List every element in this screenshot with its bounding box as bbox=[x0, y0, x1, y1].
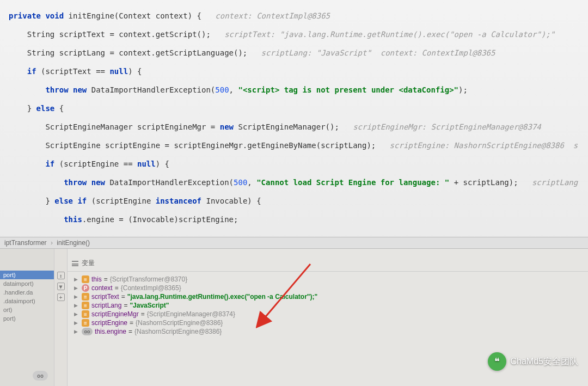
code-line: private void initEngine(Context context)… bbox=[0, 11, 588, 21]
variable-name: context bbox=[91, 284, 113, 292]
variable-badge-icon: P bbox=[82, 284, 89, 292]
variable-value: {ScriptEngineManager@8374} bbox=[147, 310, 235, 318]
code-line: this.engine = (Invocable)scriptEngine; bbox=[0, 215, 588, 224]
variable-value: {ContextImpl@8365} bbox=[121, 284, 181, 292]
variable-badge-icon: ≡ bbox=[82, 302, 89, 309]
code-line: } else if (scriptEngine instanceof Invoc… bbox=[0, 196, 588, 206]
equals-sign: = bbox=[115, 284, 119, 292]
equals-sign: = bbox=[121, 293, 125, 301]
expand-arrow-icon[interactable]: ▶ bbox=[74, 311, 79, 317]
code-editor[interactable]: private void initEngine(Context context)… bbox=[0, 0, 588, 237]
variable-value: {NashornScriptEngine@8386} bbox=[136, 319, 223, 327]
variable-name: scriptLang bbox=[91, 302, 121, 309]
variable-name: scriptEngine bbox=[91, 319, 127, 327]
filter-icon[interactable]: ▼ bbox=[57, 283, 65, 290]
glasses-icon[interactable]: oo bbox=[33, 371, 48, 381]
debug-toolbar: ↕ ▼ + bbox=[54, 249, 68, 386]
code-line: throw new DataImportHandlerException(500… bbox=[0, 85, 588, 95]
chevron-right-icon: › bbox=[51, 239, 53, 247]
equals-sign: = bbox=[141, 310, 145, 318]
expand-arrow-icon[interactable]: ▶ bbox=[74, 329, 79, 334]
variable-value: "JavaScript" bbox=[130, 302, 169, 309]
frame-item[interactable]: dataimport) bbox=[0, 279, 54, 288]
frame-item[interactable]: port) bbox=[0, 271, 54, 279]
code-line: String scriptText = context.getScript();… bbox=[0, 29, 588, 39]
code-line: throw new DataImportHandlerException(500… bbox=[0, 177, 588, 187]
variable-row[interactable]: ▶oo this.engine = {NashornScriptEngine@8… bbox=[68, 327, 588, 336]
variable-value: {ScriptTransformer@8370} bbox=[110, 275, 187, 283]
list-icon bbox=[72, 261, 78, 266]
breadcrumb[interactable]: iptTransformer › initEngine() bbox=[0, 237, 588, 249]
variable-row[interactable]: ▶≡ scriptEngine = {NashornScriptEngine@8… bbox=[68, 318, 588, 327]
frame-item[interactable]: port) bbox=[0, 314, 54, 323]
restore-layout-icon[interactable]: ↕ bbox=[57, 272, 65, 279]
code-line: ScriptEngineManager scriptEngineMgr = ne… bbox=[0, 122, 588, 132]
variable-badge-icon: ≡ bbox=[82, 275, 89, 283]
breadcrumb-item[interactable]: initEngine() bbox=[57, 239, 90, 247]
expand-arrow-icon[interactable]: ▶ bbox=[74, 285, 79, 291]
variable-row[interactable]: ▶≡ scriptEngineMgr = {ScriptEngineManage… bbox=[68, 310, 588, 318]
frame-item[interactable]: .dataimport) bbox=[0, 297, 54, 305]
expand-arrow-icon[interactable]: ▶ bbox=[74, 294, 79, 299]
expand-arrow-icon[interactable]: ▶ bbox=[74, 277, 79, 282]
equals-sign: = bbox=[124, 302, 127, 309]
add-icon[interactable]: + bbox=[57, 293, 65, 301]
breadcrumb-item[interactable]: iptTransformer bbox=[4, 239, 47, 247]
variable-badge-icon: ≡ bbox=[82, 319, 89, 327]
expand-arrow-icon[interactable]: ▶ bbox=[74, 303, 79, 308]
code-line: String scriptLang = context.getScriptLan… bbox=[0, 48, 588, 58]
variable-row[interactable]: ▶≡ scriptLang = "JavaScript" bbox=[68, 301, 588, 310]
variable-badge-icon: oo bbox=[82, 328, 93, 335]
equals-sign: = bbox=[130, 319, 133, 327]
variables-header: 变量 bbox=[68, 256, 588, 272]
variable-name: scriptEngineMgr bbox=[91, 310, 139, 318]
watermark-icon: ❝ bbox=[488, 352, 506, 371]
variables-title: 变量 bbox=[82, 259, 95, 268]
equals-sign: = bbox=[128, 328, 132, 335]
variable-name: this bbox=[91, 275, 102, 283]
variable-badge-icon: ≡ bbox=[82, 310, 89, 318]
equals-sign: = bbox=[104, 275, 108, 283]
expand-arrow-icon[interactable]: ▶ bbox=[74, 320, 79, 326]
code-line: } else { bbox=[0, 103, 588, 113]
variable-row[interactable]: ▶≡ scriptText = "java.lang.Runtime.getRu… bbox=[68, 292, 588, 301]
frames-panel[interactable]: port) dataimport) .handler.da .dataimpor… bbox=[0, 249, 54, 386]
frame-item[interactable]: ort) bbox=[0, 305, 54, 314]
frame-item[interactable]: .handler.da bbox=[0, 288, 54, 297]
variable-value: "java.lang.Runtime.getRuntime().exec("op… bbox=[127, 293, 317, 301]
watermark: ❝ ChaMd5安全团队 bbox=[488, 352, 578, 371]
variable-badge-icon: ≡ bbox=[82, 293, 89, 301]
variable-row[interactable]: ▶P context = {ContextImpl@8365} bbox=[68, 284, 588, 292]
variable-value: {NashornScriptEngine@8386} bbox=[134, 328, 222, 335]
variable-name: scriptText bbox=[91, 293, 119, 301]
watermark-text: ChaMd5安全团队 bbox=[511, 356, 578, 367]
code-line: if (scriptText == null) { bbox=[0, 66, 588, 76]
code-line: if (scriptEngine == null) { bbox=[0, 159, 588, 169]
variable-row[interactable]: ▶≡ this = {ScriptTransformer@8370} bbox=[68, 275, 588, 284]
code-line: ScriptEngine scriptEngine = scriptEngine… bbox=[0, 140, 588, 150]
variable-name: this.engine bbox=[95, 328, 126, 335]
